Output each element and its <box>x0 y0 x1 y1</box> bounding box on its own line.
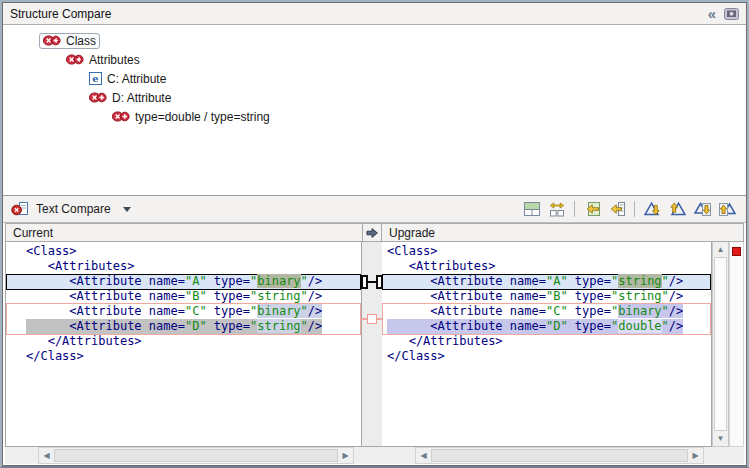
scrollbar-corner <box>712 447 744 464</box>
gutter-header <box>362 223 382 242</box>
left-hscroll-thumb[interactable] <box>54 449 338 462</box>
structure-compare-toolbar: « <box>708 6 739 21</box>
svg-text:e: e <box>92 73 98 84</box>
code-line: <Attribute name="B" type="string"/> <box>387 289 711 304</box>
diff-change-plus-icon <box>112 110 130 123</box>
text-compare-header: Text Compare <box>3 196 746 223</box>
left-hscroll-row: ◀ ▶ <box>5 447 362 464</box>
toolbar-separator <box>634 201 635 217</box>
left-pane-title: Current <box>5 223 362 242</box>
tree-item[interactable]: eC: Attribute <box>3 69 746 88</box>
previous-difference-icon[interactable] <box>666 199 688 219</box>
next-change-icon[interactable] <box>691 199 713 219</box>
previous-change-icon[interactable] <box>716 199 738 219</box>
right-pane-title: Upgrade <box>382 223 744 242</box>
copy-current-right-to-left-icon[interactable] <box>606 199 628 219</box>
toolbar-separator <box>574 201 575 217</box>
related-diff-handle[interactable] <box>367 314 377 324</box>
right-code-editor[interactable]: <Class> <Attributes> <Attribute name="A"… <box>382 242 711 446</box>
code-line: </Class> <box>387 349 711 364</box>
tree-item-label: C: Attribute <box>107 72 166 86</box>
code-line: <Class> <box>387 244 711 259</box>
tree-item[interactable]: D: Attribute <box>3 88 746 107</box>
tree-item-label: Class <box>66 34 96 48</box>
scroll-up-icon[interactable]: ▲ <box>713 242 728 257</box>
code-line: </Class> <box>26 349 361 364</box>
code-line: <Attribute name="A" type="string"/> <box>387 274 711 289</box>
tree-item-label: type=double / type=string <box>135 110 270 124</box>
left-horizontal-scrollbar[interactable]: ◀ ▶ <box>38 447 354 464</box>
code-line: </Attributes> <box>26 334 361 349</box>
swap-left-right-icon[interactable] <box>546 199 568 219</box>
compare-panes: Current Upgrade <Class> <Attributes> <At… <box>3 223 746 465</box>
code-line: <Attribute name="A" type="binary"/> <box>26 274 361 289</box>
gutter-bottom-spacer <box>362 447 382 464</box>
right-hscroll-row: ◀ ▶ <box>382 447 712 464</box>
collapse-icon[interactable]: « <box>708 6 716 21</box>
right-horizontal-scrollbar[interactable]: ◀ ▶ <box>415 447 704 464</box>
left-code-editor[interactable]: <Class> <Attributes> <Attribute name="A"… <box>6 242 361 446</box>
tree-item-label: Attributes <box>89 53 140 67</box>
scroll-left-icon[interactable]: ◀ <box>416 448 431 463</box>
vertical-scroll-thumb[interactable] <box>714 257 727 431</box>
structure-compare-title: Structure Compare <box>10 7 708 21</box>
code-line: <Class> <box>26 244 361 259</box>
code-line: <Attributes> <box>387 259 711 274</box>
diff-connector-gutter <box>362 242 382 447</box>
code-line: <Attribute name="B" type="string"/> <box>26 289 361 304</box>
code-line: </Attributes> <box>387 334 711 349</box>
overview-ruler <box>729 242 744 447</box>
structure-compare-tree: ClassAttributeseC: AttributeD: Attribute… <box>3 25 746 195</box>
next-difference-icon[interactable] <box>641 199 663 219</box>
viewer-dropdown-caret[interactable] <box>123 207 131 212</box>
diff-overview-marker[interactable] <box>732 247 741 256</box>
two-pane-layout-icon[interactable] <box>521 199 543 219</box>
code-line: <Attribute name="D" type="double"/> <box>387 319 711 334</box>
scroll-left-icon[interactable]: ◀ <box>39 448 54 463</box>
copy-all-right-to-left-icon[interactable] <box>581 199 603 219</box>
code-line: <Attribute name="D" type="string"/> <box>26 319 361 334</box>
left-code-pane[interactable]: <Class> <Attributes> <Attribute name="A"… <box>5 242 362 447</box>
element-e-icon: e <box>89 72 102 85</box>
scroll-right-icon[interactable]: ▶ <box>338 448 353 463</box>
scroll-right-icon[interactable]: ▶ <box>688 448 703 463</box>
scroll-down-icon[interactable]: ▼ <box>713 431 728 446</box>
text-compare-diff-icon <box>11 201 29 217</box>
copy-direction-arrow-icon <box>365 227 379 239</box>
tree-item-label: D: Attribute <box>112 91 171 105</box>
compare-editor-window: Structure Compare « ClassAttributeseC: A… <box>0 0 749 468</box>
text-compare-section: Text Compare Current Upgrade <Class> <At… <box>3 195 746 465</box>
connector-endcap-left <box>361 275 368 289</box>
tree-item[interactable]: Class <box>3 31 746 50</box>
tree-item[interactable]: Attributes <box>3 50 746 69</box>
diff-change-icon <box>43 34 61 47</box>
camera-icon[interactable] <box>724 7 739 20</box>
text-compare-toolbar <box>521 199 738 219</box>
diff-change-icon <box>66 53 84 66</box>
diff-change-plus-icon <box>89 91 107 104</box>
right-code-pane[interactable]: <Class> <Attributes> <Attribute name="A"… <box>382 242 712 447</box>
code-line: <Attributes> <box>26 259 361 274</box>
tree-item[interactable]: type=double / type=string <box>3 107 746 126</box>
right-hscroll-thumb[interactable] <box>431 449 688 462</box>
text-compare-title: Text Compare <box>36 202 111 216</box>
vertical-scrollbar[interactable]: ▲ ▼ <box>712 242 729 447</box>
structure-compare-header: Structure Compare « <box>3 3 746 25</box>
code-line: <Attribute name="C" type="binary"/> <box>26 304 361 319</box>
code-line: <Attribute name="C" type="binary"/> <box>387 304 711 319</box>
